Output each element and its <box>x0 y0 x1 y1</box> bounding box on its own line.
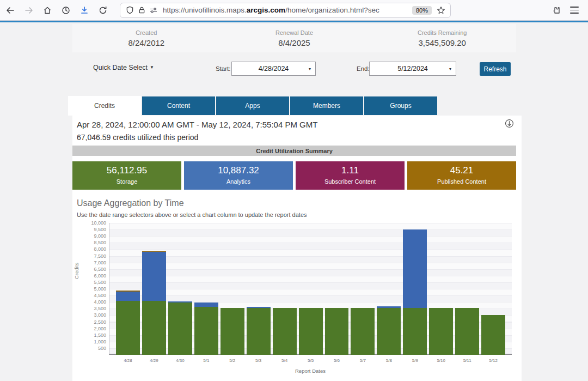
x-tick-label: 4/28 <box>116 358 140 363</box>
x-axis-title: Report Dates <box>109 368 512 374</box>
y-tick-label: 8,500 <box>72 240 106 245</box>
start-date-select[interactable]: 4/28/2024▾ <box>231 62 316 76</box>
info-label: Renewal Date <box>220 29 369 36</box>
address-bar[interactable]: https://univofillinois.maps.arcgis.com/h… <box>120 3 451 18</box>
extensions-icon[interactable] <box>548 3 564 18</box>
start-label: Start: <box>216 65 230 72</box>
export-icon[interactable] <box>505 119 514 130</box>
y-tick-label: 7,500 <box>72 253 106 259</box>
card-value: 10,887.32 <box>184 165 293 176</box>
bar-segment-storage <box>481 315 505 355</box>
home-icon[interactable] <box>39 3 56 18</box>
bar-5/4[interactable] <box>273 223 297 355</box>
bar-5/2[interactable] <box>220 223 244 355</box>
quick-date-select-label: Quick Date Select <box>93 64 148 71</box>
bar-5/11[interactable] <box>455 223 479 355</box>
shield-icon[interactable] <box>124 4 136 16</box>
reload-icon[interactable] <box>95 3 111 18</box>
downloads-icon[interactable] <box>76 3 93 18</box>
quick-date-select[interactable]: Quick Date Select▼ <box>93 64 154 71</box>
history-icon[interactable] <box>58 3 74 18</box>
x-tick-label: 5/6 <box>325 358 349 363</box>
url-input[interactable]: https://univofillinois.maps.arcgis.com/h… <box>163 6 409 14</box>
bar-4/29[interactable] <box>142 223 166 355</box>
x-tick-label: 5/7 <box>351 358 375 363</box>
info-value: 8/4/2025 <box>220 38 369 47</box>
tab-content[interactable]: Content <box>142 96 215 115</box>
bar-segment-storage <box>455 308 479 355</box>
tab-members[interactable]: Members <box>290 96 363 115</box>
bar-4/28[interactable] <box>116 223 140 355</box>
y-tick-label: 9,500 <box>72 227 106 232</box>
bar-segment-storage <box>194 307 218 355</box>
date-controls: Quick Date Select▼ Start: 4/28/2024▾ End… <box>72 61 516 77</box>
credits-panel: Apr 28, 2024, 12:00:00 AM GMT - May 12, … <box>72 116 522 381</box>
bar-segment-storage <box>403 308 427 355</box>
summary-card-storage[interactable]: 56,112.95Storage <box>72 161 181 190</box>
y-tick-label: 10,000 <box>72 220 106 226</box>
y-tick-label: 9,000 <box>72 233 106 239</box>
card-label: Storage <box>72 178 181 185</box>
y-tick-label: 5,000 <box>72 286 106 292</box>
back-icon[interactable] <box>2 3 19 18</box>
report-date-range: Apr 28, 2024, 12:00:00 AM GMT - May 12, … <box>77 120 317 129</box>
chart-subtitle: Use the date range selectors above or se… <box>77 211 307 218</box>
chevron-down-icon: ▾ <box>309 66 311 71</box>
bar-segment-analytics <box>194 303 218 307</box>
bar-segment-storage <box>247 308 271 355</box>
zoom-level-badge[interactable]: 80% <box>412 6 432 15</box>
forward-icon[interactable] <box>21 3 37 18</box>
card-label: Analytics <box>184 178 293 185</box>
card-value: 1.11 <box>296 165 405 176</box>
bar-5/1[interactable] <box>194 223 218 355</box>
bar-5/3[interactable] <box>247 223 271 355</box>
menu-icon[interactable] <box>566 3 583 18</box>
permissions-icon[interactable] <box>148 4 160 16</box>
bar-5/9[interactable] <box>403 223 427 355</box>
end-date-select[interactable]: 5/12/2024▾ <box>369 62 456 76</box>
y-tick-label: 3,500 <box>72 306 106 311</box>
summary-card-published-content[interactable]: 45.21Published Content <box>407 161 516 190</box>
info-column: Credits Remaining3,545,509.20 <box>368 29 516 47</box>
summary-card-subscriber-content[interactable]: 1.11Subscriber Content <box>296 161 405 190</box>
bar-5/10[interactable] <box>429 223 453 355</box>
bar-5/6[interactable] <box>325 223 349 355</box>
tab-apps[interactable]: Apps <box>216 96 289 115</box>
summary-cards: 56,112.95Storage10,887.32Analytics1.11Su… <box>72 161 516 190</box>
bar-5/12[interactable] <box>481 223 505 355</box>
card-label: Subscriber Content <box>296 178 405 185</box>
bar-4/30[interactable] <box>168 223 192 355</box>
summary-card-analytics[interactable]: 10,887.32Analytics <box>184 161 293 190</box>
x-axis-labels: 4/284/294/305/15/25/35/45/55/65/75/85/95… <box>109 358 512 363</box>
x-tick-label: 5/2 <box>220 358 244 363</box>
url-path: /home/organization.html?sec <box>285 6 379 14</box>
bookmark-star-icon[interactable] <box>435 4 447 16</box>
url-prefix: https://univofillinois.maps. <box>163 6 247 14</box>
start-date-value: 4/28/2024 <box>259 65 289 72</box>
card-value: 56,112.95 <box>72 165 181 176</box>
refresh-button[interactable]: Refresh <box>480 62 511 76</box>
bar-5/5[interactable] <box>299 223 323 355</box>
summary-title-bar: Credit Utilization Summary <box>72 146 516 156</box>
chart-bars <box>109 223 512 355</box>
bar-segment-analytics <box>403 229 427 308</box>
x-tick-label: 5/8 <box>377 358 401 363</box>
tab-credits[interactable]: Credits <box>68 96 141 116</box>
lock-icon[interactable] <box>136 4 148 16</box>
bar-segment-storage <box>220 308 244 355</box>
y-tick-label: 2,500 <box>72 319 106 325</box>
x-tick-label: 5/3 <box>247 358 271 363</box>
x-tick-label: 5/11 <box>455 358 479 363</box>
x-tick-label: 4/30 <box>168 358 192 363</box>
chart-title: Usage Aggregation by Time <box>77 198 184 208</box>
bar-segment-storage <box>299 308 323 355</box>
chevron-down-icon: ▼ <box>150 65 154 70</box>
y-tick-label: 6,500 <box>72 267 106 272</box>
y-tick-label: 7,000 <box>72 260 106 265</box>
tab-groups[interactable]: Groups <box>364 96 437 115</box>
bar-5/7[interactable] <box>351 223 375 355</box>
bar-segment-analytics <box>142 252 166 301</box>
x-tick-label: 5/10 <box>429 358 453 363</box>
bar-5/8[interactable] <box>377 223 401 355</box>
y-tick-label: 3,000 <box>72 312 106 318</box>
